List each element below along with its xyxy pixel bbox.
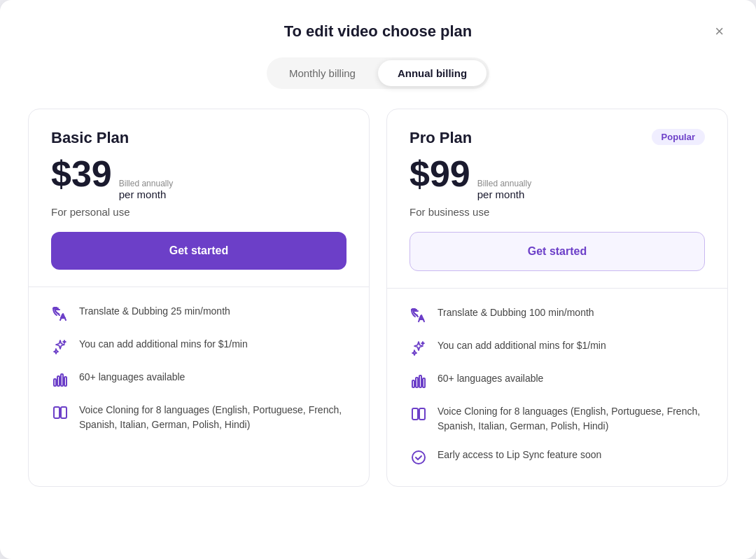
feature-text: 60+ languages available: [79, 370, 185, 385]
feature-item: Voice Cloning for 8 languages (English, …: [410, 404, 705, 434]
plan-subtitle: For business use: [410, 206, 705, 218]
columns-icon: [51, 403, 69, 422]
plan-card-pro: Pro Plan Popular $99 Billed annually per…: [386, 109, 728, 487]
modal-title: To edit video choose plan: [284, 22, 472, 41]
billing-toggle: Monthly billing Annual billing: [28, 57, 728, 89]
modal-container: To edit video choose plan × Monthly bill…: [0, 0, 756, 559]
feature-text: Voice Cloning for 8 languages (English, …: [438, 404, 705, 434]
per-month: per month: [477, 188, 531, 200]
toggle-container: Monthly billing Annual billing: [267, 57, 489, 89]
svg-rect-10: [419, 375, 421, 387]
feature-item: Translate & Dubbing 100 min/month: [410, 305, 705, 324]
check-circle-icon: [410, 448, 428, 467]
svg-rect-6: [61, 407, 66, 418]
get-started-button-pro[interactable]: Get started: [410, 232, 705, 271]
plans-container: Basic Plan $39 Billed annually per month…: [28, 109, 728, 487]
feature-text: 60+ languages available: [438, 371, 543, 386]
svg-rect-4: [64, 377, 66, 386]
feature-text: Voice Cloning for 8 languages (English, …: [79, 403, 346, 432]
price-row: $99 Billed annually per month: [410, 156, 705, 200]
plan-name-row: Pro Plan Popular: [410, 129, 705, 147]
sparkle-icon: [410, 339, 428, 357]
price-amount: $39: [51, 156, 112, 192]
feature-text: You can add additional mins for $1/min: [438, 338, 606, 353]
svg-rect-9: [416, 378, 418, 387]
feature-text: You can add additional mins for $1/min: [79, 337, 248, 352]
plan-name-row: Basic Plan: [51, 129, 346, 147]
svg-rect-5: [54, 407, 59, 418]
feature-text: Early access to Lip Sync feature soon: [438, 448, 601, 462]
plan-features-pro: Translate & Dubbing 100 min/month You ca…: [387, 289, 727, 486]
chart-icon: [51, 371, 69, 389]
feature-text: Translate & Dubbing 25 min/month: [79, 304, 230, 319]
price-row: $39 Billed annually per month: [51, 156, 346, 200]
get-started-button-basic[interactable]: Get started: [51, 232, 346, 270]
annual-billing-button[interactable]: Annual billing: [378, 60, 486, 86]
per-month: per month: [119, 188, 173, 200]
feature-item: 60+ languages available: [51, 370, 346, 389]
billed-text: Billed annually: [477, 179, 531, 188]
sparkle-icon: [51, 338, 69, 356]
feature-item: Voice Cloning for 8 languages (English, …: [51, 403, 346, 432]
chart-icon: [410, 372, 428, 390]
plan-features-basic: Translate & Dubbing 25 min/month You can…: [29, 287, 369, 452]
feature-item: You can add additional mins for $1/min: [51, 337, 346, 356]
svg-rect-2: [57, 376, 59, 386]
translate-icon: [51, 305, 69, 323]
plan-subtitle: For personal use: [51, 206, 346, 218]
plan-top-pro: Pro Plan Popular $99 Billed annually per…: [387, 109, 727, 289]
svg-rect-11: [423, 378, 425, 387]
plan-top-basic: Basic Plan $39 Billed annually per month…: [29, 109, 369, 287]
svg-rect-13: [419, 408, 425, 420]
feature-text: Translate & Dubbing 100 min/month: [438, 305, 594, 320]
feature-item: Translate & Dubbing 25 min/month: [51, 304, 346, 323]
feature-item: 60+ languages available: [410, 371, 705, 390]
monthly-billing-button[interactable]: Monthly billing: [270, 60, 375, 86]
billed-text: Billed annually: [119, 179, 173, 188]
plan-name: Basic Plan: [51, 129, 129, 147]
plan-name: Pro Plan: [410, 129, 472, 147]
svg-rect-3: [61, 374, 63, 386]
modal-header: To edit video choose plan ×: [28, 22, 728, 41]
svg-point-14: [412, 451, 425, 464]
feature-item: Early access to Lip Sync feature soon: [410, 448, 705, 467]
price-details: Billed annually per month: [477, 179, 531, 200]
plan-card-basic: Basic Plan $39 Billed annually per month…: [28, 109, 370, 487]
svg-rect-8: [412, 380, 414, 387]
feature-item: You can add additional mins for $1/min: [410, 338, 705, 357]
svg-rect-12: [412, 408, 418, 420]
price-details: Billed annually per month: [119, 179, 173, 200]
close-button[interactable]: ×: [710, 22, 728, 41]
columns-icon: [410, 405, 428, 423]
price-amount: $99: [410, 156, 470, 192]
popular-badge: Popular: [652, 129, 705, 145]
translate-icon: [410, 306, 428, 324]
svg-rect-1: [54, 379, 56, 386]
